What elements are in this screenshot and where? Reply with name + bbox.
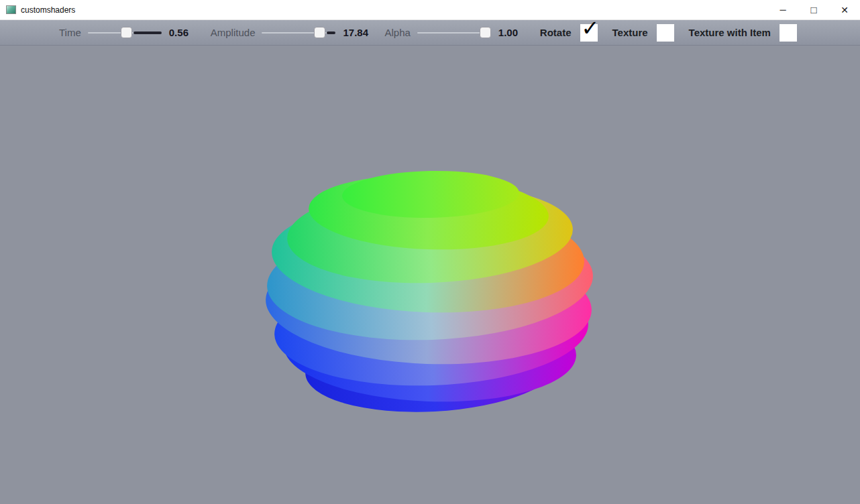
time-slider-filled-track: [133, 32, 162, 34]
alpha-slider[interactable]: [417, 26, 491, 40]
title-bar-left: customshaders: [0, 5, 75, 15]
texture-checkbox[interactable]: [657, 24, 674, 42]
viewport-3d[interactable]: [0, 46, 860, 504]
time-slider-handle[interactable]: [121, 27, 132, 38]
texture-checkbox-group: Texture: [612, 24, 674, 42]
minimize-button[interactable]: ─: [767, 0, 798, 20]
texture-checkbox-label: Texture: [612, 27, 648, 38]
rotate-checkbox[interactable]: ✓: [580, 24, 598, 42]
time-slider-label: Time: [59, 27, 81, 38]
close-button[interactable]: ✕: [829, 0, 860, 20]
amplitude-slider-value: 17.84: [343, 27, 370, 38]
window-controls: ─ □ ✕: [767, 0, 860, 20]
rotate-checkbox-label: Rotate: [540, 27, 572, 38]
app-window: customshaders ─ □ ✕ Time 0.56 Amplitude: [0, 0, 860, 504]
time-slider-value: 0.56: [169, 27, 196, 38]
check-icon: ✓: [582, 17, 600, 39]
texture-with-item-checkbox-group: Texture with Item: [689, 24, 797, 42]
toolbar: Time 0.56 Amplitude 17.84 Alpha: [0, 20, 860, 46]
amplitude-slider[interactable]: [262, 26, 335, 40]
texture-with-item-checkbox[interactable]: [780, 24, 797, 42]
app-icon: [6, 5, 16, 14]
alpha-slider-handle[interactable]: [480, 27, 491, 38]
rotate-checkbox-group: Rotate ✓: [540, 24, 598, 42]
amplitude-slider-filled-track: [327, 32, 335, 34]
window-title: customshaders: [21, 5, 75, 15]
shader-blob: [265, 166, 600, 424]
texture-with-item-checkbox-label: Texture with Item: [689, 27, 771, 38]
alpha-slider-group: Alpha 1.00: [384, 26, 525, 40]
alpha-slider-label: Alpha: [384, 27, 410, 38]
title-bar: customshaders ─ □ ✕: [0, 0, 860, 20]
amplitude-slider-handle[interactable]: [314, 27, 325, 38]
maximize-button[interactable]: □: [798, 0, 829, 21]
alpha-slider-value: 1.00: [498, 27, 525, 38]
amplitude-slider-group: Amplitude 17.84: [211, 26, 370, 40]
amplitude-slider-label: Amplitude: [211, 27, 256, 38]
time-slider[interactable]: [88, 26, 162, 40]
time-slider-group: Time 0.56: [59, 26, 196, 40]
